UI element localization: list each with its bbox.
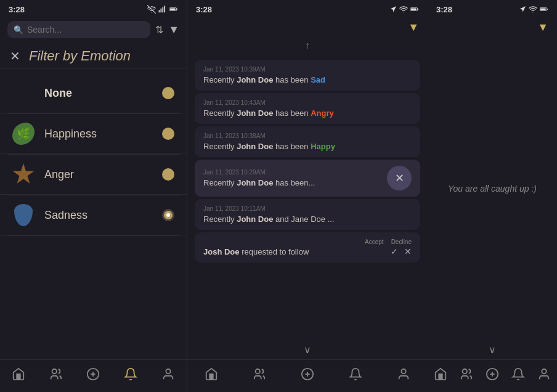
bottom-nav-1 [0,359,187,392]
status-icons-3 [519,5,548,14]
search-icon-1: 🔍 [14,25,23,35]
decline-follow-button[interactable]: ✕ [404,247,412,256]
wifi-icon-3 [529,5,537,14]
filter-icon-3[interactable]: ▼ [537,21,548,34]
scroll-down-indicator-2: ∨ [187,340,428,359]
scroll-up-arrow[interactable]: ↑ [305,40,310,51]
emotion-label-sadness: Sadness [44,209,162,222]
accept-label: Accept [365,239,384,245]
notif-bold-5: John Doe [237,214,273,224]
search-input-wrap[interactable]: 🔍 [7,21,150,38]
bell-icon-3 [511,367,525,381]
caught-up-area: You are all caught up :) [428,36,557,340]
nav-bell-2[interactable] [343,365,368,383]
bottom-nav-2 [187,359,428,392]
emotion-item-happiness[interactable]: 🌿 Happiness [0,114,187,154]
sort-arrows-icon[interactable]: ⇅ [155,24,163,36]
nav-group-1[interactable] [43,365,69,383]
notif-meta-3: Jan 11, 2023 10:38AM [203,133,412,139]
nav-add-2[interactable] [295,365,320,383]
status-bar-2: 3:28 [187,0,428,17]
svg-point-16 [256,369,260,374]
svg-marker-21 [520,6,526,12]
nav-bell-1[interactable] [118,365,144,383]
svg-rect-15 [411,9,417,10]
divider-4 [7,235,179,236]
accept-follow-button[interactable]: ✓ [391,247,398,256]
radio-none[interactable] [162,87,174,99]
emotion-list: None 🌿 Happiness Anger Sadnes [0,68,187,359]
nav-home-1[interactable] [6,365,31,383]
svg-point-11 [166,369,170,374]
notif-prefix-1: Recently [203,75,237,84]
radio-happiness[interactable] [162,128,174,140]
svg-rect-3 [164,6,165,12]
panel-header-3: ▼ [428,17,557,36]
radio-sadness[interactable] [162,209,174,221]
notif-text-4: Recently John Doe has been... [203,178,387,187]
nav-add-1[interactable] [80,365,106,383]
nav-home-3[interactable] [428,365,453,383]
svg-rect-14 [418,9,418,10]
notif-card-jane[interactable]: Jan 11, 2023 10:11AM Recently John Doe a… [195,199,420,230]
notif-card-follow[interactable]: Accept Decline Josh Doe requested to fol… [195,232,420,263]
notif-bold-6: Josh Doe [203,247,240,256]
scroll-down-arrow-3[interactable]: ∨ [489,344,496,356]
search-bar-row: 🔍 ⇅ ▼ [0,17,187,42]
scroll-down-arrow-2[interactable]: ∨ [304,344,311,356]
nav-group-2[interactable] [246,365,272,383]
notif-text-6: Josh Doe requested to follow ✓ ✕ [203,247,412,256]
filter-close-button[interactable]: ✕ [10,49,20,63]
notif-card-sad[interactable]: Jan 11, 2023 10:39AM Recently John Doe h… [195,60,420,91]
location-icon-2 [389,6,397,13]
notif-prefix-4: Recently [203,178,237,187]
home-icon-1 [12,367,25,381]
notif-text-1: Recently John Doe has been Sad [203,75,412,84]
notif-card-happy[interactable]: Jan 11, 2023 10:38AM Recently John Doe h… [195,126,420,157]
notif-card-dismissed[interactable]: Jan 11, 2023 10:29AM Recently John Doe h… [195,160,420,197]
emotion-item-sadness[interactable]: Sadness [0,195,187,235]
search-input[interactable] [27,25,144,35]
battery-icon-2 [410,5,419,14]
svg-point-29 [542,369,546,374]
notif-bold-4: John Doe [237,178,273,187]
notif-text-2: Recently John Doe has been Angry [203,108,412,118]
emotion-label-happiness: Happiness [44,128,162,141]
time-1: 3:28 [9,5,25,14]
panel-header-2: ▼ [187,17,428,36]
notif-request-text: Josh Doe requested to follow [203,247,309,256]
nav-profile-3[interactable] [531,365,557,383]
notif-mid-3: has been [275,142,311,151]
nav-group-3[interactable] [453,365,479,383]
nav-profile-2[interactable] [391,365,417,383]
emotion-label-none: None [44,87,162,100]
notif-card-angry[interactable]: Jan 11, 2023 10:43AM Recently John Doe h… [195,93,420,124]
emotion-item-anger[interactable]: Anger [0,155,187,195]
notif-mid-4: has been... [275,178,315,187]
emotion-icon-anger [12,163,35,186]
notif-prefix-5: Recently [203,214,237,224]
bell-icon-1 [124,367,137,381]
status-icons-1 [147,5,178,14]
filter-icon-2[interactable]: ▼ [408,21,419,34]
filter-icon-btn[interactable]: ▼ [168,23,179,36]
notif-emotion-1: Sad [311,75,325,84]
notif-mid-5: and Jane Doe ... [275,214,334,224]
notif-meta-2: Jan 11, 2023 10:43AM [203,99,412,106]
radio-anger[interactable] [162,168,174,181]
emotion-item-none[interactable]: None [0,73,187,113]
bottom-nav-3 [428,359,557,392]
svg-rect-6 [170,9,176,10]
svg-rect-23 [547,9,548,10]
svg-point-20 [401,369,405,374]
nav-bell-3[interactable] [505,365,531,383]
svg-point-7 [52,369,56,374]
nav-profile-1[interactable] [155,365,181,383]
nav-home-2[interactable] [198,365,224,383]
dismiss-button[interactable]: ✕ [387,166,412,190]
nav-add-3[interactable] [479,365,505,383]
emotion-icon-happiness: 🌿 [12,123,35,145]
group-icon-3 [460,367,473,381]
caught-up-panel: 3:28 ▼ You are all caught up :) ∨ [428,0,557,392]
notif-meta-1: Jan 11, 2023 10:39AM [203,66,412,73]
